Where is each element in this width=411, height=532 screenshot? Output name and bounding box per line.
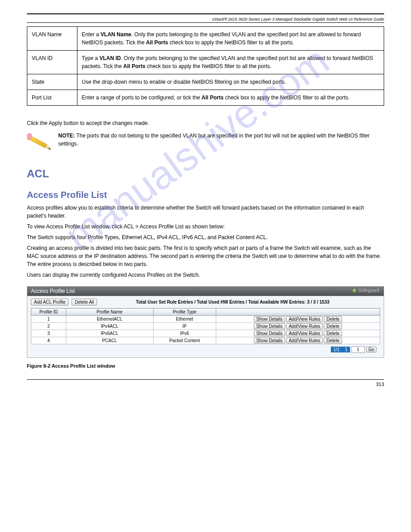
apl-para-2: To view Access Profile List window, clic… xyxy=(27,223,384,231)
param-row: StateUse the drop-down menu to enable or… xyxy=(27,74,384,90)
addview-button[interactable]: Add/View Rules xyxy=(286,330,323,336)
header-rule-top xyxy=(27,13,384,14)
cell-profile-id: 4 xyxy=(31,337,66,344)
delete-all-button[interactable]: Delete All xyxy=(72,299,97,305)
cell-profile-type: IP xyxy=(153,323,216,330)
cell-profile-type: Packet Content xyxy=(153,337,216,344)
app-safeguard: Safeguard xyxy=(353,288,379,293)
safeguard-label: Safeguard xyxy=(359,288,379,293)
param-label: VLAN Name xyxy=(27,27,77,51)
cell-profile-type: IPv6 xyxy=(153,330,216,337)
section-heading-acl: ACL xyxy=(27,167,384,180)
figure-caption: Figure 8-2 Access Profile List window xyxy=(27,363,384,369)
cell-profile-name: EthernetACL xyxy=(66,316,153,323)
post-table-text: Click the Apply button to accept the cha… xyxy=(27,119,384,127)
cell-profile-type: Ethernet xyxy=(153,316,216,323)
cell-profile-name: PCACL xyxy=(66,337,153,344)
table-row: 3IPv6ACLIPv6Show DetailsAdd/View RulesDe… xyxy=(31,330,380,337)
cell-profile-id: 2 xyxy=(31,323,66,330)
param-row: VLAN NameEnter a VLAN Name. Only the por… xyxy=(27,27,384,51)
note-block: NOTE: The ports that do not belong to th… xyxy=(27,132,384,154)
apl-para-1: Access profiles allow you to establish c… xyxy=(27,204,384,220)
app-toolbar: Add ACL Profile Delete All Total User Se… xyxy=(27,296,384,357)
addview-button[interactable]: Add/View Rules xyxy=(286,316,323,322)
cell-profile-name: IPv6ACL xyxy=(66,330,153,337)
table-row: 4PCACLPacket ContentShow DetailsAdd/View… xyxy=(31,337,380,344)
cell-actions: Show DetailsAdd/View RulesDelete xyxy=(216,316,380,323)
header-rule-bottom xyxy=(27,22,384,23)
footer: 313 xyxy=(27,379,384,387)
app-title: Access Profile List xyxy=(31,288,75,294)
pager-input[interactable] xyxy=(351,346,365,353)
pager-total: 1/1 xyxy=(331,347,342,352)
cell-actions: Show DetailsAdd/View RulesDelete xyxy=(216,323,380,330)
details-button[interactable]: Show Details xyxy=(254,323,285,329)
delete-button[interactable]: Delete xyxy=(324,330,342,336)
cell-profile-name: IPv4ACL xyxy=(66,323,153,330)
acl-header-row: Profile ID Profile Name Profile Type xyxy=(31,309,380,316)
delete-button[interactable]: Delete xyxy=(324,323,342,329)
app-titlebar: Access Profile List Safeguard xyxy=(27,287,384,296)
addview-button[interactable]: Add/View Rules xyxy=(286,338,323,343)
param-desc: Use the drop-down menu to enable or disa… xyxy=(77,74,384,90)
pager-current: 1 xyxy=(342,347,351,352)
app-screenshot-panel: Access Profile List Safeguard Add ACL Pr… xyxy=(27,286,384,358)
cell-actions: Show DetailsAdd/View RulesDelete xyxy=(216,330,380,337)
param-label: VLAN ID xyxy=(27,51,77,74)
col-profile-type: Profile Type xyxy=(153,309,216,316)
note-label: NOTE: xyxy=(58,133,75,139)
delete-button[interactable]: Delete xyxy=(324,316,342,322)
page-number: 313 xyxy=(376,382,384,387)
param-label: State xyxy=(27,74,77,90)
details-button[interactable]: Show Details xyxy=(254,338,285,343)
delete-button[interactable]: Delete xyxy=(324,338,342,343)
section-heading-apl: Access Profile List xyxy=(27,190,384,200)
header-product-line: xStack® DGS-3620 Series Layer 3 Managed … xyxy=(27,17,384,21)
note-text: The ports that do not belong to the spec… xyxy=(58,133,370,147)
apl-para-3: The Switch supports four Profile Types, … xyxy=(27,233,384,241)
entries-summary: Total User Set Rule Entries / Total Used… xyxy=(136,300,330,305)
pencil-icon xyxy=(27,132,54,154)
safeguard-icon xyxy=(353,289,356,292)
pager-go-button[interactable]: Go xyxy=(366,347,377,352)
param-desc: Type a VLAN ID. Only the ports belonging… xyxy=(77,51,384,74)
table-row: 2IPv4ACLIPShow DetailsAdd/View RulesDele… xyxy=(31,323,380,330)
cell-actions: Show DetailsAdd/View RulesDelete xyxy=(216,337,380,344)
col-profile-name: Profile Name xyxy=(66,309,153,316)
add-acl-profile-button[interactable]: Add ACL Profile xyxy=(31,299,68,305)
param-desc: Enter a range of ports to be configured,… xyxy=(77,90,384,106)
cell-profile-id: 3 xyxy=(31,330,66,337)
acl-table: Profile ID Profile Name Profile Type 1Et… xyxy=(31,308,380,344)
table-row: 1EthernetACLEthernetShow DetailsAdd/View… xyxy=(31,316,380,323)
parameter-table: VLAN NameEnter a VLAN Name. Only the por… xyxy=(27,26,384,106)
details-button[interactable]: Show Details xyxy=(254,316,285,322)
param-desc: Enter a VLAN Name. Only the ports belong… xyxy=(77,27,384,51)
param-label: Port List xyxy=(27,90,77,106)
param-row: VLAN IDType a VLAN ID. Only the ports be… xyxy=(27,51,384,74)
details-button[interactable]: Show Details xyxy=(254,330,285,336)
addview-button[interactable]: Add/View Rules xyxy=(286,323,323,329)
apl-para-4: Creating an access profile is divided in… xyxy=(27,244,384,268)
cell-profile-id: 1 xyxy=(31,316,66,323)
pager: 1/11 Go xyxy=(31,344,380,356)
apl-para-5: Users can display the currently configur… xyxy=(27,271,384,279)
col-profile-id: Profile ID xyxy=(31,309,66,316)
param-row: Port ListEnter a range of ports to be co… xyxy=(27,90,384,106)
